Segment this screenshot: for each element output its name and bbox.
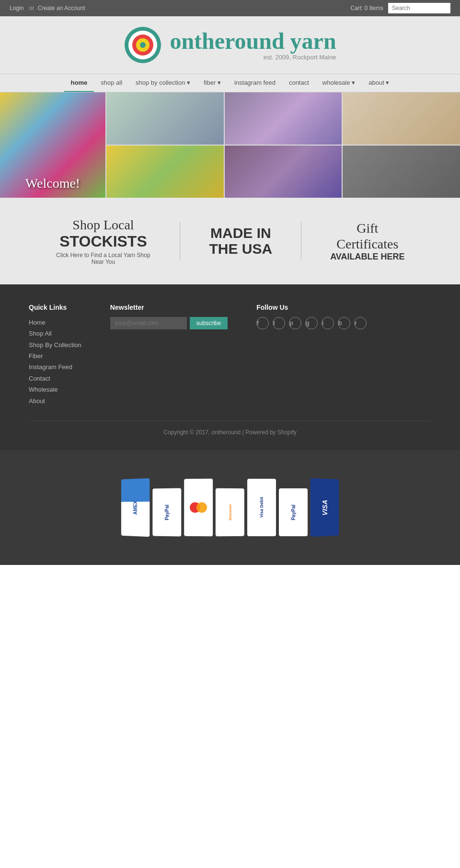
payment-card-visa-debit: Visa Debit bbox=[247, 479, 276, 536]
logo-text-block: ontheround yarn est. 2009, Rockport Main… bbox=[170, 30, 336, 61]
logo-area: ontheround yarn est. 2009, Rockport Main… bbox=[124, 26, 336, 64]
newsletter-input[interactable] bbox=[110, 317, 187, 329]
quick-links-title: Quick Links bbox=[29, 304, 81, 311]
rss-icon[interactable]: r bbox=[354, 317, 367, 329]
promo-stockists-big: Stockists bbox=[55, 233, 151, 250]
nav-item-about: about ▾ bbox=[362, 74, 396, 92]
pinterest-icon[interactable]: p bbox=[289, 317, 301, 329]
site-header: ontheround yarn est. 2009, Rockport Main… bbox=[0, 16, 460, 74]
subscribe-button[interactable]: subscribe bbox=[190, 317, 228, 329]
footer-link-shop-by-collection[interactable]: Shop By Collection bbox=[29, 339, 81, 350]
cart-link[interactable]: Cart: 0 Items bbox=[350, 5, 383, 11]
promo-gift-script: GiftCertificates bbox=[330, 220, 404, 252]
nav-link-home[interactable]: home bbox=[64, 74, 94, 92]
footer-quick-links: Quick Links Home Shop All Shop By Collec… bbox=[29, 304, 81, 406]
payment-card-visa: VISA bbox=[310, 478, 339, 537]
create-account-link[interactable]: Create an Account bbox=[38, 5, 85, 11]
site-tagline: est. 2009, Rockport Maine bbox=[170, 54, 336, 61]
login-link[interactable]: Login bbox=[10, 5, 23, 11]
nav-link-contact[interactable]: contact bbox=[282, 74, 316, 91]
footer-link-shop-all[interactable]: Shop All bbox=[29, 328, 81, 339]
footer-link-fiber[interactable]: Fiber bbox=[29, 350, 81, 361]
nav-item-shop-by-collection: shop by collection ▾ bbox=[129, 74, 197, 92]
payment-card-discover: Discover bbox=[216, 488, 244, 537]
footer-newsletter: Newsletter subscribe bbox=[110, 304, 228, 406]
promo-stockists-small: Click Here to Find a Local Yarn Shop Nea… bbox=[55, 252, 151, 265]
top-bar-left: Login or Create an Account bbox=[10, 5, 87, 11]
nav-item-instagram: instagram feed bbox=[228, 74, 282, 92]
nav-link-shop-by-collection[interactable]: shop by collection ▾ bbox=[129, 74, 197, 91]
search-input[interactable] bbox=[388, 3, 450, 13]
promo-made-in-usa-text: Made InThe USA bbox=[209, 225, 272, 257]
hero-cell-3 bbox=[343, 92, 460, 145]
hero-cell-6 bbox=[343, 146, 460, 198]
nav-list: home shop all shop by collection ▾ fiber… bbox=[0, 74, 460, 92]
promo-divider-2 bbox=[301, 222, 301, 260]
promo-row: Shop Local Stockists Click Here to Find … bbox=[0, 198, 460, 284]
promo-stockists-script: Shop Local bbox=[55, 217, 151, 233]
nav-link-wholesale[interactable]: wholesale ▾ bbox=[316, 74, 362, 91]
nav-link-fiber[interactable]: fiber ▾ bbox=[197, 74, 228, 91]
main-nav: home shop all shop by collection ▾ fiber… bbox=[0, 74, 460, 92]
nav-item-fiber: fiber ▾ bbox=[197, 74, 228, 92]
site-footer: Quick Links Home Shop All Shop By Collec… bbox=[0, 284, 460, 450]
payment-card-amex: AMEX bbox=[121, 478, 150, 537]
hero-welcome: Welcome! bbox=[0, 92, 105, 198]
promo-made-in-usa[interactable]: Made InThe USA bbox=[209, 225, 272, 257]
nav-item-home: home bbox=[64, 74, 94, 92]
nav-link-shop-all[interactable]: shop all bbox=[94, 74, 129, 91]
newsletter-title: Newsletter bbox=[110, 304, 228, 311]
hero-cell-5 bbox=[225, 146, 342, 198]
nav-link-about[interactable]: about ▾ bbox=[362, 74, 396, 91]
payment-card-mastercard bbox=[184, 479, 213, 537]
promo-gift-big: Available Here bbox=[330, 252, 404, 262]
top-bar: Login or Create an Account Cart: 0 Items bbox=[0, 0, 460, 16]
top-bar-right: Cart: 0 Items bbox=[350, 3, 450, 13]
site-name: ontheround yarn bbox=[170, 30, 336, 53]
promo-stockists[interactable]: Shop Local Stockists Click Here to Find … bbox=[55, 217, 151, 265]
hero-cell-2 bbox=[225, 92, 342, 145]
nav-link-instagram[interactable]: instagram feed bbox=[228, 74, 282, 91]
tumblr-icon[interactable]: b bbox=[338, 317, 350, 329]
hero-cell-4 bbox=[106, 146, 224, 198]
or-separator: or bbox=[29, 5, 34, 11]
copyright-text: Copyright © 2017, ontheround | Powered b… bbox=[163, 429, 296, 436]
twitter-icon[interactable]: t bbox=[273, 317, 285, 329]
footer-link-instagram[interactable]: Instagram Feed bbox=[29, 361, 81, 372]
footer-bottom: Copyright © 2017, ontheround | Powered b… bbox=[29, 421, 431, 436]
hero-cell-1 bbox=[106, 92, 224, 145]
nav-item-contact: contact bbox=[282, 74, 316, 92]
promo-gift-certificates[interactable]: GiftCertificates Available Here bbox=[330, 220, 404, 262]
svg-point-4 bbox=[140, 42, 146, 48]
footer-link-about[interactable]: About bbox=[29, 395, 81, 406]
payment-section: AMEX PayPal Discover Visa Debit PayPal V… bbox=[0, 450, 460, 565]
newsletter-form: subscribe bbox=[110, 317, 228, 329]
nav-item-shop-all: shop all bbox=[94, 74, 129, 92]
nav-item-wholesale: wholesale ▾ bbox=[316, 74, 362, 92]
welcome-text: Welcome! bbox=[25, 176, 80, 191]
social-icons: f t p g i b r bbox=[256, 317, 367, 329]
google-plus-icon[interactable]: g bbox=[305, 317, 318, 329]
footer-link-wholesale[interactable]: Wholesale bbox=[29, 384, 81, 395]
footer-link-home[interactable]: Home bbox=[29, 317, 81, 328]
footer-link-contact[interactable]: Contact bbox=[29, 373, 81, 384]
footer-follow: Follow Us f t p g i b r bbox=[256, 304, 367, 406]
footer-top: Quick Links Home Shop All Shop By Collec… bbox=[29, 304, 431, 406]
facebook-icon[interactable]: f bbox=[256, 317, 269, 329]
payment-cards: AMEX PayPal Discover Visa Debit PayPal V… bbox=[121, 479, 339, 536]
hero-banner: Welcome! bbox=[0, 92, 460, 198]
instagram-icon[interactable]: i bbox=[322, 317, 334, 329]
follow-title: Follow Us bbox=[256, 304, 367, 311]
promo-divider-1 bbox=[180, 222, 180, 260]
payment-card-paypal2: PayPal bbox=[279, 488, 308, 536]
logo-icon bbox=[124, 26, 162, 64]
payment-card-paypal: PayPal bbox=[152, 488, 181, 536]
hero-grid bbox=[106, 92, 460, 198]
